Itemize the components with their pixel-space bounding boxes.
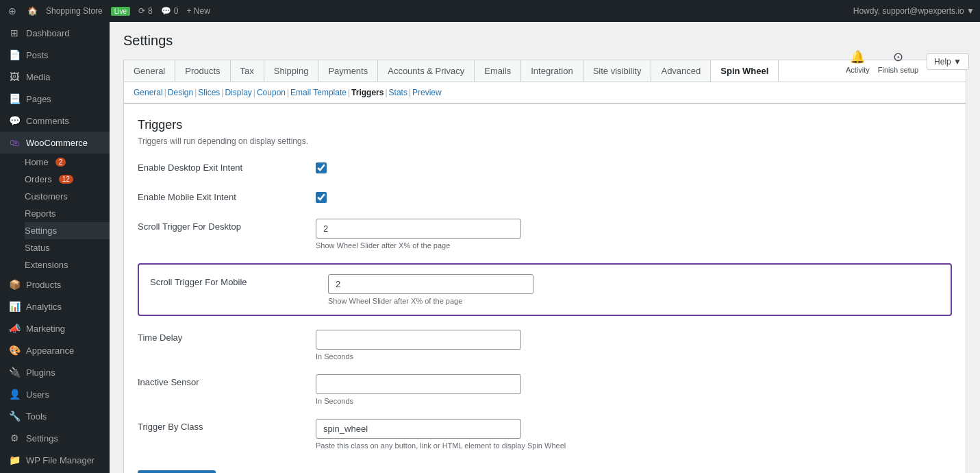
time-delay-input[interactable] (316, 330, 521, 350)
subnav-design[interactable]: Design (168, 88, 193, 97)
time-delay-field: In Seconds (316, 330, 952, 361)
tab-spin-wheel[interactable]: Spin Wheel (711, 60, 779, 82)
sidebar-item-pages[interactable]: 📃 Pages (0, 88, 110, 110)
posts-icon: 📄 (8, 49, 21, 60)
time-delay-label: Time Delay (138, 330, 316, 343)
sidebar-item-plugins[interactable]: 🔌 Plugins (0, 361, 110, 383)
enable-mobile-exit-intent-label: Enable Mobile Exit Intent (138, 189, 316, 202)
enable-desktop-exit-intent-row: Enable Desktop Exit Intent (138, 160, 952, 175)
subnav-triggers[interactable]: Triggers (351, 88, 384, 97)
wp-logo-icon: ⊕ (8, 5, 16, 16)
sidebar-item-comments[interactable]: 💬 Comments (0, 110, 110, 132)
users-icon: 👤 (8, 389, 21, 400)
trigger-by-class-input[interactable] (316, 419, 521, 439)
enable-mobile-exit-intent-checkbox[interactable] (316, 192, 327, 203)
admin-bar-updates[interactable]: ⟳ 8 (138, 6, 153, 16)
trigger-by-class-field: Paste this class on any button, link or … (316, 419, 952, 450)
scroll-trigger-desktop-hint: Show Wheel Slider after X% of the page (316, 241, 952, 250)
finish-setup-icon: ⊙ (893, 49, 903, 64)
enable-mobile-exit-intent-field (316, 189, 952, 205)
finish-setup-button[interactable]: ⊙ Finish setup (878, 49, 918, 74)
tools-icon: 🔧 (8, 411, 21, 422)
scroll-trigger-mobile-label: Scroll Trigger For Mobile (150, 274, 328, 287)
help-button[interactable]: Help ▼ (927, 53, 969, 70)
admin-bar: ⊕ 🏠 Shopping Store Live ⟳ 8 💬 0 + New Ho… (0, 0, 980, 22)
sidebar-item-products[interactable]: 📦 Products (0, 274, 110, 295)
marketing-icon: 📣 (8, 323, 21, 334)
tab-tax[interactable]: Tax (231, 60, 264, 82)
sidebar-item-orders[interactable]: Orders 12 (25, 171, 110, 188)
settings-icon: ⚙ (8, 433, 21, 444)
time-delay-row: Time Delay In Seconds (138, 330, 952, 361)
sidebar-item-appearance[interactable]: 🎨 Appearance (0, 339, 110, 361)
sidebar-item-tools[interactable]: 🔧 Tools (0, 405, 110, 427)
subnav-coupon[interactable]: Coupon (257, 88, 286, 97)
enable-desktop-exit-intent-label: Enable Desktop Exit Intent (138, 160, 316, 173)
tab-general[interactable]: General (124, 60, 175, 82)
scroll-trigger-desktop-row: Scroll Trigger For Desktop Show Wheel Sl… (138, 219, 952, 250)
plugins-icon: 🔌 (8, 367, 21, 378)
sidebar-item-wp-file-manager[interactable]: 📁 WP File Manager (0, 449, 110, 471)
comments-icon: 💬 (8, 115, 21, 126)
sub-nav: General | Design | Slices | Display | Co… (123, 82, 966, 104)
scroll-trigger-desktop-field: Show Wheel Slider after X% of the page (316, 219, 952, 250)
sidebar-item-marketing[interactable]: 📣 Marketing (0, 317, 110, 339)
inactive-sensor-field: In Seconds (316, 374, 952, 405)
admin-bar-new[interactable]: + New (186, 6, 210, 16)
sidebar-item-reports[interactable]: Reports (25, 205, 110, 222)
trigger-by-class-label: Trigger By Class (138, 419, 316, 432)
scroll-trigger-mobile-input[interactable] (328, 274, 533, 294)
subnav-display[interactable]: Display (225, 88, 251, 97)
dashboard-icon: ⊞ (8, 27, 21, 38)
subnav-preview[interactable]: Preview (412, 88, 442, 97)
sidebar-item-home[interactable]: Home 2 (25, 154, 110, 171)
sidebar-item-posts[interactable]: 📄 Posts (0, 44, 110, 66)
subnav-slices[interactable]: Slices (198, 88, 220, 97)
scroll-trigger-desktop-input[interactable] (316, 219, 521, 239)
settings-page: Settings General Products Tax Shipping P… (110, 22, 980, 473)
activity-icon: 🔔 (850, 49, 865, 64)
sidebar-item-analytics[interactable]: 📊 Analytics (0, 295, 110, 317)
site-name[interactable]: Shopping Store (46, 6, 103, 16)
sidebar-item-settings[interactable]: Settings (25, 222, 110, 239)
wp-logo[interactable]: ⊕ (5, 4, 19, 18)
sidebar: ⊞ Dashboard 📄 Posts 🖼 Media 📃 Pages 💬 Co… (0, 22, 110, 473)
tab-site-visibility[interactable]: Site visibility (583, 60, 652, 82)
tab-emails[interactable]: Emails (475, 60, 521, 82)
tab-payments[interactable]: Payments (318, 60, 378, 82)
admin-bar-home[interactable]: 🏠 (27, 6, 38, 16)
inactive-sensor-hint: In Seconds (316, 397, 952, 405)
admin-bar-user[interactable]: Howdy, support@wpexperts.io ▼ (853, 6, 975, 16)
media-icon: 🖼 (8, 71, 21, 82)
inactive-sensor-row: Inactive Sensor In Seconds (138, 374, 952, 405)
enable-desktop-exit-intent-checkbox[interactable] (316, 162, 327, 173)
sidebar-item-media[interactable]: 🖼 Media (0, 66, 110, 88)
tab-products[interactable]: Products (175, 60, 230, 82)
sidebar-item-woocommerce[interactable]: 🛍 WooCommerce (0, 132, 110, 154)
inactive-sensor-input[interactable] (316, 374, 521, 394)
live-badge: Live (111, 7, 130, 16)
sidebar-item-extensions[interactable]: Extensions (25, 256, 110, 274)
tab-integration[interactable]: Integration (521, 60, 583, 82)
enable-desktop-exit-intent-field (316, 160, 952, 175)
admin-bar-comments[interactable]: 💬 0 (161, 6, 179, 16)
tab-shipping[interactable]: Shipping (264, 60, 319, 82)
products-icon: 📦 (8, 279, 21, 290)
trigger-by-class-row: Trigger By Class Paste this class on any… (138, 419, 952, 450)
section-description: Triggers will run depending on display s… (138, 136, 952, 146)
save-changes-button[interactable]: Save changes (138, 470, 216, 473)
appearance-icon: 🎨 (8, 345, 21, 356)
tab-advanced[interactable]: Advanced (651, 60, 711, 82)
sidebar-item-status[interactable]: Status (25, 239, 110, 256)
subnav-email-template[interactable]: Email Template (290, 88, 347, 97)
section-title: Triggers (138, 118, 952, 132)
sidebar-item-customers[interactable]: Customers (25, 188, 110, 205)
sidebar-item-users[interactable]: 👤 Users (0, 383, 110, 405)
tab-accounts-privacy[interactable]: Accounts & Privacy (378, 60, 475, 82)
subnav-general[interactable]: General (134, 88, 163, 97)
activity-button[interactable]: 🔔 Activity (846, 49, 870, 74)
subnav-stats[interactable]: Stats (389, 88, 407, 97)
sidebar-item-dashboard[interactable]: ⊞ Dashboard (0, 22, 110, 44)
time-delay-hint: In Seconds (316, 352, 952, 361)
sidebar-item-settings-main[interactable]: ⚙ Settings (0, 427, 110, 449)
